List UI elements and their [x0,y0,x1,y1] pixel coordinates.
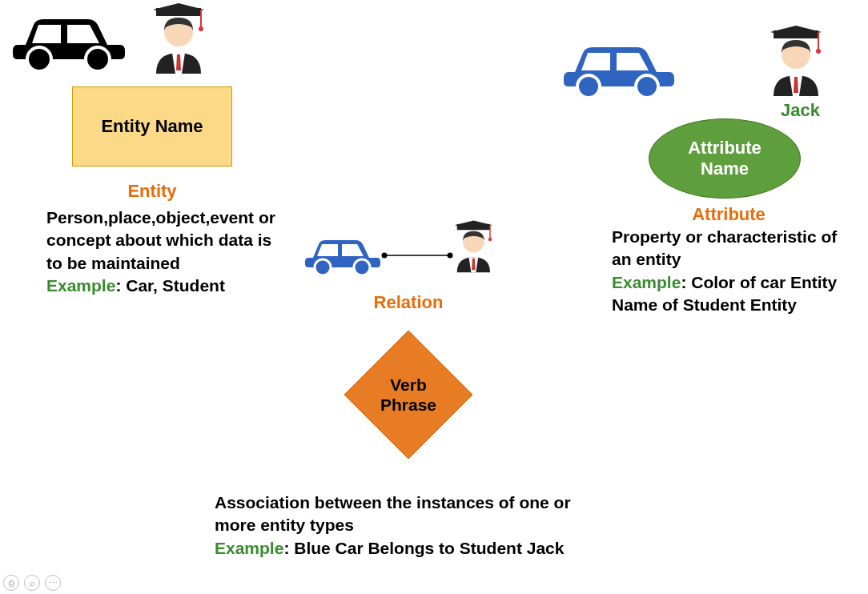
save-icon[interactable]: ⎙ [3,575,19,591]
svg-point-10 [816,49,821,54]
entity-example-value: : Car, Student [115,276,225,295]
attribute-description-block: Property or characteristic of an entity … [612,226,860,316]
relation-example-value: : Blue Car Belongs to Student Jack [283,539,564,557]
toolbar: ⎙ ⌕ ⋯ [3,575,61,591]
svg-point-4 [199,26,203,31]
entity-rectangle: Entity Name [72,86,232,167]
student-icon-relation [445,219,501,279]
relation-title: Relation [360,292,456,313]
student-icon-black [140,2,216,81]
attribute-oval: AttributeName [649,118,801,199]
relation-example-label: Example [215,539,283,557]
entity-title: Entity [78,181,226,202]
car-icon-blue-relation [303,231,383,280]
relation-description-block: Association between the instances of one… [215,492,599,560]
svg-point-1 [86,47,110,71]
relation-diamond: VerbPhrase [340,327,476,463]
svg-point-12 [315,259,331,275]
relation-desc: Association between the instances of one… [215,493,571,534]
svg-point-13 [354,259,370,275]
svg-point-20 [448,253,453,259]
entity-desc: Person,place,object,event or concept abo… [46,208,275,272]
relation-shape-label: VerbPhrase [380,375,436,415]
svg-point-6 [577,75,600,98]
student-icon-attr [757,24,834,103]
entity-description-block: Person,place,object,event or concept abo… [46,207,287,297]
entity-shape-label: Entity Name [101,116,203,137]
attribute-desc: Property or characteristic of an entity [612,227,837,268]
svg-point-0 [27,47,51,71]
relation-line [381,248,453,263]
student-name-jack: Jack [781,100,820,121]
attribute-title: Attribute [657,204,801,225]
svg-point-7 [636,75,658,98]
attribute-shape-label: AttributeName [688,138,762,180]
entity-example-label: Example [46,276,115,295]
car-icon-black [10,5,130,76]
svg-point-16 [488,238,492,241]
svg-point-19 [382,253,388,259]
more-icon[interactable]: ⋯ [45,575,61,591]
zoom-icon[interactable]: ⌕ [24,575,40,591]
car-icon-blue-attr [561,34,679,102]
attribute-example-label: Example [612,273,681,291]
